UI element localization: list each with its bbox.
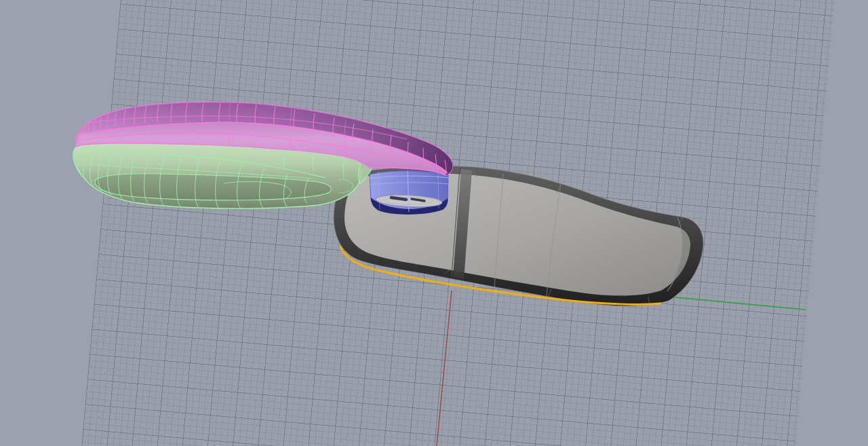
green-axis-line	[655, 295, 805, 310]
cylinder-boss-part[interactable]	[370, 170, 448, 215]
model-scene[interactable]	[0, 0, 868, 446]
red-axis-line	[437, 291, 452, 446]
axis-lines	[437, 291, 805, 446]
viewport-3d[interactable]	[0, 0, 868, 446]
